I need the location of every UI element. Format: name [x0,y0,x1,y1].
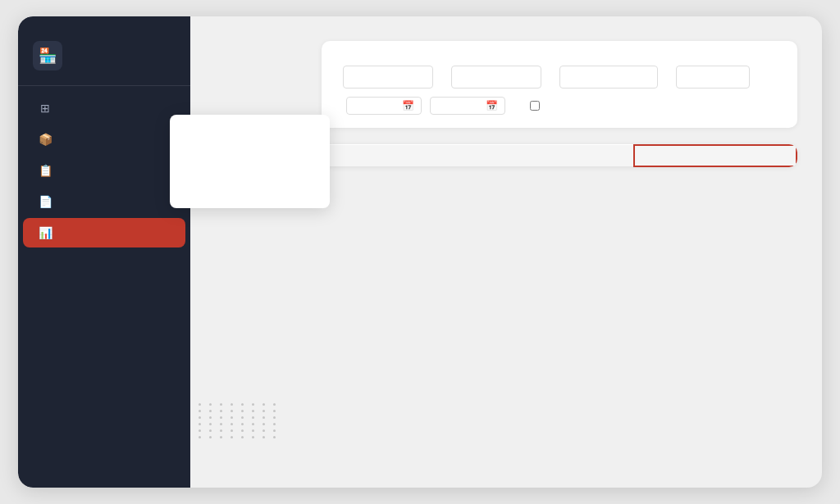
calendar-icon-2[interactable]: 📅 [486,100,498,111]
store-header: 🏪 [18,33,190,86]
main-window: 🏪 ⊞ 📦 📋 📄 📊 const dotsContainer = docume… [18,16,822,488]
sidebar-item-dashboard[interactable]: ⊞ [23,93,185,123]
data-table [322,144,797,167]
dropdown-item-party-report[interactable] [170,167,330,179]
col-batch-no [476,145,634,166]
filter-group-batch-no [446,66,541,89]
license-input[interactable] [559,66,658,89]
date-from-text[interactable] [354,101,399,111]
exp-date-to-input[interactable]: 📅 [430,97,505,115]
dropdown-item-batch-report[interactable] [170,156,330,167]
item-name-input[interactable] [343,66,433,89]
dropdown-item-low-stock[interactable] [170,190,330,202]
exp-date-row: 📅 📅 [338,97,781,115]
days-input[interactable] [676,66,750,89]
dropdown-header [170,121,330,133]
sidebar-item-store-reports[interactable]: 📄 [23,187,185,216]
table-card [322,144,797,167]
filter-group-license [555,66,658,89]
col-item-name [322,145,476,166]
sidebar: 🏪 ⊞ 📦 📋 📄 📊 [18,16,190,488]
calendar-icon-1[interactable]: 📅 [402,100,414,111]
show-stock-group [530,101,544,111]
filter-group-days [671,66,750,89]
manage-items-icon: 📦 [38,133,52,146]
dropdown-menu [170,115,330,208]
dropdown-item-stock-summary[interactable] [170,133,330,144]
sidebar-item-reports[interactable]: 📊 [23,218,185,247]
sidebar-item-manage-items[interactable]: 📦 [23,125,185,154]
date-to-text[interactable] [437,101,482,111]
dropdown-item-profit-loss[interactable] [170,179,330,190]
main-content: 📅 📅 [190,16,822,488]
show-stock-checkbox[interactable] [530,101,540,111]
filter-row-1 [338,66,781,89]
sidebar-item-manage-orders[interactable]: 📋 [23,156,185,185]
filter-group-item-name [338,66,433,89]
dashboard-icon: ⊞ [38,102,52,115]
table-header-row [322,145,797,166]
reports-icon: 📊 [38,226,52,239]
filter-card: 📅 📅 [322,41,797,128]
col-exp-date [634,145,797,166]
batch-no-input[interactable] [451,66,541,89]
dropdown-item-serial-report[interactable] [170,144,330,156]
store-icon: 🏪 [33,41,62,70]
exp-date-from-input[interactable]: 📅 [346,97,422,115]
store-reports-icon: 📄 [38,195,52,208]
manage-orders-icon: 📋 [38,164,52,177]
